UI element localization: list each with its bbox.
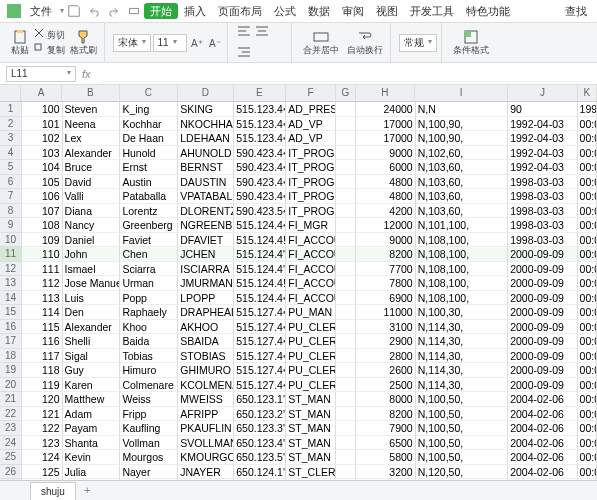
cell[interactable]: 00:00:00″ bbox=[578, 131, 597, 146]
cell[interactable]: N,114,30, bbox=[416, 349, 508, 364]
cell[interactable]: Ismael bbox=[63, 262, 121, 277]
merge-button[interactable]: 合并居中 bbox=[300, 29, 342, 57]
cell[interactable] bbox=[336, 131, 355, 146]
cell[interactable]: 515.127.4< bbox=[234, 363, 286, 378]
cell[interactable]: FI_ACCOUNT bbox=[286, 233, 336, 248]
cell[interactable]: 2000-09-09 bbox=[508, 305, 577, 320]
cell[interactable]: KCOLMENA bbox=[178, 378, 234, 393]
row-header[interactable]: 15 bbox=[0, 305, 22, 320]
cell[interactable]: K_ing bbox=[120, 102, 178, 117]
cell[interactable]: 2600 bbox=[356, 363, 416, 378]
cell[interactable]: N,103,60, bbox=[416, 160, 508, 175]
sheet-tab[interactable]: shuju bbox=[30, 482, 76, 500]
cell[interactable]: PU_CLERK bbox=[286, 378, 336, 393]
col-I[interactable]: I bbox=[415, 85, 508, 101]
row-header[interactable]: 22 bbox=[0, 407, 22, 422]
cell[interactable]: Popp bbox=[120, 291, 178, 306]
cell[interactable]: 7800 bbox=[356, 276, 416, 291]
row-header[interactable]: 16 bbox=[0, 320, 22, 335]
cell[interactable]: SVOLLMAN bbox=[178, 436, 234, 451]
cell[interactable]: 17000 bbox=[356, 131, 416, 146]
cell[interactable] bbox=[336, 218, 355, 233]
row-header[interactable]: 18 bbox=[0, 349, 22, 364]
cell[interactable]: N,114,30, bbox=[416, 320, 508, 335]
cell[interactable]: Jose Manue bbox=[63, 276, 121, 291]
cell[interactable]: PU_CLERK bbox=[286, 320, 336, 335]
cell[interactable]: DLORENTZ bbox=[178, 204, 234, 219]
cell[interactable]: Lex bbox=[63, 131, 121, 146]
cell[interactable] bbox=[336, 117, 355, 132]
row-header[interactable]: 9 bbox=[0, 218, 22, 233]
cell[interactable]: 2000-09-09 bbox=[508, 320, 577, 335]
cell[interactable]: N,100,50, bbox=[416, 392, 508, 407]
tab-4[interactable]: 数据 bbox=[302, 3, 336, 19]
cell[interactable]: JMURMAN bbox=[178, 276, 234, 291]
cell[interactable]: 5800 bbox=[356, 450, 416, 465]
cell[interactable] bbox=[336, 262, 355, 277]
cell[interactable]: 2004-02-06 bbox=[508, 421, 577, 436]
row-header[interactable]: 10 bbox=[0, 233, 22, 248]
cell[interactable]: 2004-02-06 bbox=[508, 465, 577, 480]
print-icon[interactable] bbox=[127, 4, 141, 18]
cell[interactable]: N,100,50, bbox=[416, 450, 508, 465]
cell[interactable]: 100 bbox=[22, 102, 63, 117]
cell[interactable]: 2004-02-06 bbox=[508, 436, 577, 451]
cell[interactable]: N,103,60, bbox=[416, 175, 508, 190]
cell[interactable]: Neena bbox=[63, 117, 121, 132]
row-header[interactable]: 20 bbox=[0, 378, 22, 393]
cell[interactable]: 515.124.4! bbox=[234, 233, 286, 248]
cell[interactable]: JCHEN bbox=[178, 247, 234, 262]
cell[interactable] bbox=[336, 175, 355, 190]
cell[interactable]: PU_CLERK bbox=[286, 334, 336, 349]
align-center-icon[interactable] bbox=[254, 24, 270, 40]
col-D[interactable]: D bbox=[178, 85, 234, 101]
name-box[interactable]: L11▾ bbox=[6, 66, 76, 82]
tab-6[interactable]: 视图 bbox=[370, 3, 404, 19]
cell[interactable]: 00:00:00″ bbox=[578, 334, 597, 349]
cell[interactable]: 00:00:00″ bbox=[578, 291, 597, 306]
cell[interactable]: 106 bbox=[22, 189, 63, 204]
cell[interactable]: 4800 bbox=[356, 189, 416, 204]
cell[interactable]: 105 bbox=[22, 175, 63, 190]
row-header[interactable]: 21 bbox=[0, 392, 22, 407]
cell[interactable]: Hunold bbox=[120, 146, 178, 161]
cell[interactable]: Baida bbox=[120, 334, 178, 349]
cell[interactable]: N,101,100, bbox=[416, 218, 508, 233]
cell[interactable]: N,102,60, bbox=[416, 146, 508, 161]
cell[interactable]: FI_ACCOUNT bbox=[286, 262, 336, 277]
cell[interactable]: 00:00:00″ bbox=[578, 276, 597, 291]
col-H[interactable]: H bbox=[356, 85, 416, 101]
formula-input[interactable] bbox=[102, 66, 591, 82]
cell[interactable]: 1998-03-03 bbox=[508, 233, 577, 248]
cell[interactable]: 7900 bbox=[356, 421, 416, 436]
cell[interactable]: 515.123.4< bbox=[234, 131, 286, 146]
cell[interactable]: 6500 bbox=[356, 436, 416, 451]
cell[interactable] bbox=[336, 305, 355, 320]
cell[interactable]: 114 bbox=[22, 305, 63, 320]
cell[interactable] bbox=[336, 160, 355, 175]
paste-button[interactable]: 粘贴 bbox=[8, 29, 32, 57]
cell[interactable]: Khoo bbox=[120, 320, 178, 335]
cell[interactable]: 515.123.4< bbox=[234, 102, 286, 117]
row-header[interactable]: 12 bbox=[0, 262, 22, 277]
cell[interactable]: N,103,60, bbox=[416, 189, 508, 204]
cell[interactable]: 1992-04-03 bbox=[508, 146, 577, 161]
cell[interactable]: 3200 bbox=[356, 465, 416, 480]
numfmt-combo[interactable]: 常规▾ bbox=[399, 34, 437, 52]
cell[interactable]: Pataballa bbox=[120, 189, 178, 204]
cell[interactable]: Kaufling bbox=[120, 421, 178, 436]
col-B[interactable]: B bbox=[62, 85, 120, 101]
cell[interactable]: 590.423.5< bbox=[234, 204, 286, 219]
cell[interactable]: 2004-02-06 bbox=[508, 392, 577, 407]
cell[interactable]: Shanta bbox=[63, 436, 121, 451]
cell[interactable]: 1992/4/3 0:00 bbox=[578, 102, 597, 117]
cell[interactable]: ST_MAN bbox=[286, 421, 336, 436]
cell[interactable]: Daniel bbox=[63, 233, 121, 248]
tab-8[interactable]: 特色功能 bbox=[460, 3, 516, 19]
cell[interactable] bbox=[336, 363, 355, 378]
cell[interactable]: 515.124.4< bbox=[234, 218, 286, 233]
size-combo[interactable]: 11▾ bbox=[153, 34, 187, 52]
cell[interactable]: IT_PROG bbox=[286, 146, 336, 161]
cell[interactable]: 123 bbox=[22, 436, 63, 451]
cell[interactable]: 00:00:00″ bbox=[578, 262, 597, 277]
